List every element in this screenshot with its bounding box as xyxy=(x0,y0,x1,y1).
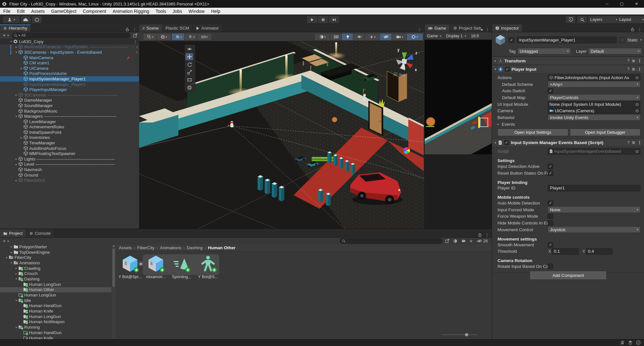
scene-lighting-button[interactable] xyxy=(341,33,354,41)
threshold-y-field[interactable]: 0.4 xyxy=(586,248,613,255)
presets-icon[interactable] xyxy=(631,141,636,145)
sprite-color-wheel-icon[interactable] xyxy=(403,147,410,154)
view-tool-button[interactable] xyxy=(185,45,193,52)
presets-icon[interactable] xyxy=(631,59,636,63)
hierarchy-item-lights[interactable]: ▸Lights --------------------------------… xyxy=(0,156,139,162)
object-picker-icon[interactable]: ⊙ xyxy=(635,75,639,80)
tool-handle-pivot-button[interactable]: ▾ xyxy=(143,33,158,41)
hierarchy-item-level[interactable]: ▸Level ---------------------------------… xyxy=(0,162,139,167)
hierarchy-item-fiberjohn1[interactable]: ▸FiberJohn1 xyxy=(0,178,139,183)
object-picker-icon[interactable]: ⊙ xyxy=(635,108,639,113)
object-picker-icon[interactable]: ⊙ xyxy=(635,102,639,107)
foldout-icon[interactable]: ▸ xyxy=(14,163,18,166)
menu-assets[interactable]: Assets xyxy=(28,8,48,14)
foldout-icon[interactable]: ▸ xyxy=(14,179,18,182)
hierarchy-add-button[interactable]: ＋▾ xyxy=(2,32,9,38)
open-in-window-icon[interactable] xyxy=(133,33,137,38)
inspector-menu-icon[interactable]: ⋮ xyxy=(638,27,642,32)
pause-button[interactable] xyxy=(317,16,328,23)
hierarchy-item-postprocessvolume[interactable]: PostProcessVolume xyxy=(0,71,139,77)
hierarchy-item-3dcameras-inputsystem-eventsbased[interactable]: ▾3DCameras - InputSystem - EventsBased› xyxy=(0,50,139,55)
menu-file[interactable]: File xyxy=(0,8,14,14)
open-input-settings-button[interactable]: Open Input Settings xyxy=(497,129,568,136)
tab-project-settings[interactable]: Project Sett xyxy=(450,24,481,32)
events-foldout[interactable]: Events xyxy=(502,122,548,127)
hierarchy-item-minimal3dcameras-inputsystem[interactable]: ▸Minimal3DCameras - InputSystem --------… xyxy=(0,44,139,50)
transform-component-header[interactable]: ▸ Transform ? ⋮ xyxy=(492,57,644,65)
actions-object-field[interactable]: FiberJohnInputActions (Input Action As⊙ xyxy=(548,74,640,81)
scene-menu-icon[interactable]: ⋮ xyxy=(418,27,422,32)
prefab-open-chevron-icon[interactable]: › xyxy=(136,50,137,54)
foldout-icon[interactable]: ▸ xyxy=(14,93,18,96)
hierarchy-item-cm-vcam1[interactable]: CM vcam1 xyxy=(0,60,139,66)
hierarchy-item-ground[interactable]: Ground xyxy=(0,172,139,178)
asset-tile-y-bot-spr[interactable]: ◀Y Bot@Spr... xyxy=(118,255,142,282)
search-by-label-icon[interactable] xyxy=(461,239,465,243)
lock-icon[interactable] xyxy=(126,27,129,32)
foldout-icon[interactable]: ▾ xyxy=(14,326,18,329)
breadcrumb-animations[interactable]: Animations xyxy=(160,245,182,250)
prefab-open-chevron-icon[interactable]: › xyxy=(136,45,137,49)
rect-tool-button[interactable] xyxy=(185,76,193,83)
maximize-button[interactable]: ▢ xyxy=(614,0,629,8)
project-tree-scrollbar[interactable]: ▲ xyxy=(111,244,116,340)
close-button[interactable]: ✕ xyxy=(629,0,644,8)
display-dropdown[interactable]: Display 1▾ xyxy=(444,32,469,40)
gameobject-cube-icon[interactable] xyxy=(495,34,506,46)
search-by-type-icon[interactable] xyxy=(453,239,457,243)
lock-icon[interactable] xyxy=(631,27,634,32)
camera-object-field[interactable]: UICamera (Camera)⊙ xyxy=(548,108,640,114)
project-folder-human-other[interactable]: Human Other xyxy=(0,287,111,293)
step-button[interactable] xyxy=(328,16,339,23)
hierarchy-item-maincamera[interactable]: MainCamera xyxy=(0,55,139,60)
scene-camera-settings-button[interactable]: ▾ xyxy=(392,33,408,41)
scene-viewport[interactable]: InitialSpawnPoint xyxy=(139,41,424,229)
account-button[interactable]: ▾ xyxy=(3,16,20,23)
search-button[interactable] xyxy=(577,16,587,23)
reset-button-states-checkbox[interactable]: ✓ xyxy=(548,170,553,176)
project-folder-human-longgun[interactable]: Human LongGun xyxy=(0,314,111,319)
movement-control-dropdown[interactable]: Joystick▾ xyxy=(548,226,640,233)
plastic-scm-button[interactable] xyxy=(32,16,42,23)
breadcrumb-dashing[interactable]: Dashing xyxy=(187,245,203,250)
open-input-debugger-button[interactable]: Open Input Debugger xyxy=(570,129,641,136)
gameobject-name-field[interactable]: InputSystemManager_Player1 xyxy=(517,36,617,43)
add-component-button[interactable]: Add Component xyxy=(530,271,607,280)
hierarchy-item-levelmanager[interactable]: LevelManager xyxy=(0,119,139,124)
tab-console[interactable]: Console xyxy=(26,229,54,237)
hierarchy-item-backgroundmusic[interactable]: BackgroundMusic xyxy=(0,108,139,114)
breadcrumb-fibercity[interactable]: FiberCity xyxy=(137,245,155,250)
project-folder-animations[interactable]: ▾Animations xyxy=(0,260,111,266)
transform-tool-button[interactable] xyxy=(185,84,193,91)
static-dropdown-icon[interactable]: ▾ xyxy=(640,38,642,41)
project-folder-running[interactable]: ▾Running xyxy=(0,324,111,330)
asset-tile-y-bot-s[interactable]: Y Bot@S... xyxy=(196,255,220,282)
default-map-dropdown[interactable]: PlayerControls▾ xyxy=(548,94,640,101)
move-tool-button[interactable] xyxy=(185,53,193,60)
hierarchy-item-inventories[interactable]: ▸Inventories xyxy=(0,135,139,141)
breadcrumb-human-other[interactable]: Human Other xyxy=(208,245,236,250)
presets-icon[interactable] xyxy=(631,67,636,71)
scene-audio-button[interactable] xyxy=(353,33,366,41)
foldout-icon[interactable]: ▸ xyxy=(14,267,18,270)
tab-project[interactable]: Project xyxy=(0,229,26,237)
menu-window[interactable]: Window xyxy=(185,8,208,14)
project-folder-polygonstarter[interactable]: ▸PolygonStarter xyxy=(0,244,111,250)
project-folder-human-longgun[interactable]: Human LongGun xyxy=(0,292,111,298)
foldout-icon[interactable]: ▸ xyxy=(14,272,18,275)
undo-history-button[interactable] xyxy=(565,16,576,23)
hierarchy-item-uicamera[interactable]: ▸UICamera xyxy=(0,66,139,71)
input-detection-checkbox[interactable]: ✓ xyxy=(548,164,553,169)
auto-switch-checkbox[interactable]: ✓ xyxy=(548,88,553,94)
player-id-field[interactable]: Player1 xyxy=(548,185,640,191)
game-menu-icon[interactable]: ⋮ xyxy=(485,27,489,32)
player-input-enabled-checkbox[interactable]: ✓ xyxy=(505,67,510,72)
project-folder-human-longgun[interactable]: Human LongGun xyxy=(0,282,111,287)
hierarchy-item-autobindautofocus[interactable]: AutoBindAutoFocus xyxy=(0,146,139,151)
project-folder-human-knife[interactable]: Human Knife xyxy=(0,308,111,314)
auto-mobile-checkbox[interactable]: ✓ xyxy=(548,200,553,206)
tab-hierarchy[interactable]: Hierarchy xyxy=(0,24,31,32)
scale-tool-button[interactable] xyxy=(185,68,193,76)
foldout-icon[interactable]: ▸ xyxy=(19,67,24,70)
open-in-window-icon[interactable] xyxy=(445,239,449,243)
